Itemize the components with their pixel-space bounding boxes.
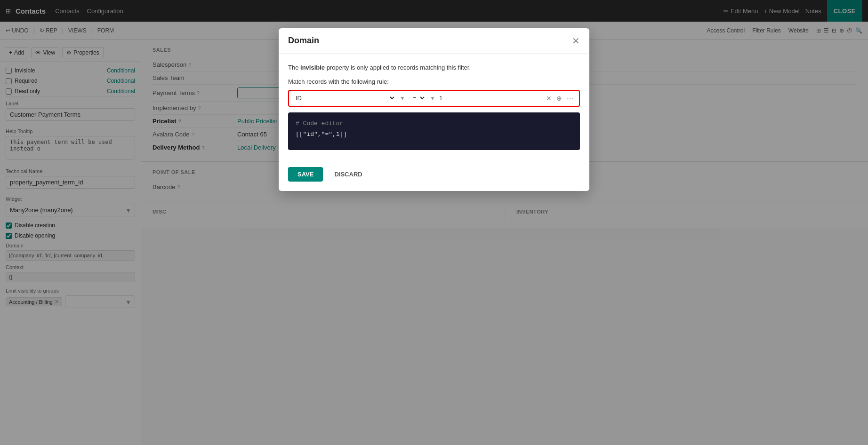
filter-op-arrow: ▼ <box>430 95 435 102</box>
modal-close-button[interactable]: ✕ <box>572 36 580 46</box>
code-comment: # Code editor <box>296 120 572 127</box>
modal-sub-label: Match records with the following rule: <box>288 78 580 85</box>
modal-title: Domain <box>288 36 319 46</box>
discard-button[interactable]: DISCARD <box>329 167 368 182</box>
modal-description: The invisible property is only applied t… <box>288 63 580 72</box>
filter-operator-select[interactable]: = <box>409 94 426 102</box>
filter-add-button[interactable]: ⊕ <box>555 94 563 103</box>
filter-value: 1 <box>439 95 541 102</box>
filter-field-arrow: ▼ <box>400 95 405 102</box>
modal-body: The invisible property is only applied t… <box>279 54 589 167</box>
modal-description-bold: invisible <box>300 64 325 71</box>
filter-actions: ✕ ⊕ ⋯ <box>545 94 574 103</box>
filter-more-button[interactable]: ⋯ <box>566 94 574 103</box>
code-editor: # Code editor [["id","=",1]] <box>288 112 580 150</box>
filter-remove-button[interactable]: ✕ <box>545 94 553 103</box>
filter-row: ID ▼ = ▼ 1 ✕ ⊕ ⋯ <box>288 90 580 107</box>
save-button[interactable]: SAVE <box>288 167 323 182</box>
filter-field-select[interactable]: ID <box>294 94 396 102</box>
domain-modal: Domain ✕ The invisible property is only … <box>279 28 589 191</box>
code-data: [["id","=",1]] <box>296 131 572 138</box>
modal-header: Domain ✕ <box>279 28 589 54</box>
modal-footer: SAVE DISCARD <box>279 167 589 191</box>
modal-overlay: Domain ✕ The invisible property is only … <box>0 0 868 445</box>
